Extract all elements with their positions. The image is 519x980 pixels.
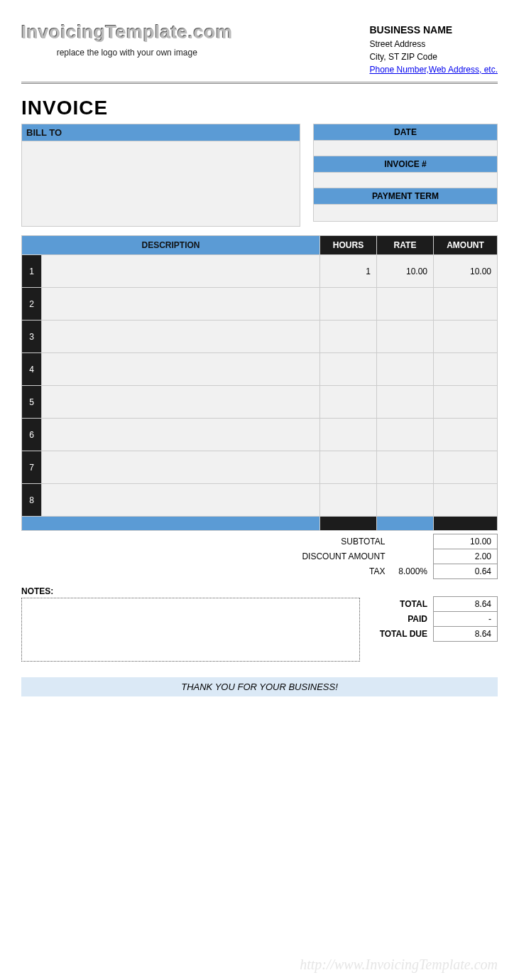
rate-cell[interactable] [377, 288, 434, 321]
table-row: 3 [22, 321, 498, 353]
logo-caption: replace the logo with your own image [21, 48, 233, 58]
hours-cell[interactable] [320, 288, 377, 321]
discount-row: DISCOUNT AMOUNT 2.00 [296, 549, 497, 564]
amount-cell [434, 484, 498, 517]
billto-block: BILL TO [21, 124, 300, 227]
paid-label: PAID [374, 612, 434, 627]
payment-term-field[interactable] [313, 205, 498, 222]
watermark: http://www.InvoicingTemplate.com [300, 957, 498, 973]
amount-cell [434, 321, 498, 353]
hours-cell[interactable] [320, 321, 377, 353]
row-number: 8 [22, 484, 42, 517]
invoice-no-label: INVOICE # [313, 156, 498, 173]
rate-cell[interactable] [377, 419, 434, 451]
paid-value[interactable]: - [434, 612, 498, 627]
rate-cell[interactable] [377, 321, 434, 353]
description-cell[interactable] [42, 484, 320, 517]
logo-text: InvoicingTemplate.com [21, 21, 233, 43]
invoice-no-field[interactable] [313, 173, 498, 188]
rate-cell[interactable] [377, 386, 434, 419]
subtotals-table: SUBTOTAL 10.00 DISCOUNT AMOUNT 2.00 TAX … [296, 534, 498, 579]
payment-term-label: PAYMENT TERM [313, 188, 498, 205]
hours-cell[interactable] [320, 419, 377, 451]
hours-cell[interactable]: 1 [320, 255, 377, 288]
document-header: InvoicingTemplate.com replace the logo w… [21, 21, 498, 84]
total-due-label: TOTAL DUE [374, 627, 434, 642]
hours-cell[interactable] [320, 353, 377, 386]
business-contact-link[interactable]: Phone Number,Web Address, etc. [369, 65, 498, 75]
amount-cell [434, 451, 498, 484]
total-row: TOTAL 8.64 [374, 597, 498, 612]
row-number: 6 [22, 419, 42, 451]
discount-label: DISCOUNT AMOUNT [296, 549, 390, 564]
notes-and-totals: NOTES: TOTAL 8.64 PAID - TOTAL DUE 8.64 [21, 586, 498, 662]
billto-label: BILL TO [21, 124, 300, 141]
table-row: 5 [22, 386, 498, 419]
description-cell[interactable] [42, 288, 320, 321]
tax-percent[interactable]: 8.000% [391, 564, 434, 579]
row-number: 7 [22, 451, 42, 484]
row-number: 2 [22, 288, 42, 321]
amount-cell: 10.00 [434, 255, 498, 288]
subtotal-row: SUBTOTAL 10.00 [296, 534, 497, 549]
date-label: DATE [313, 124, 498, 141]
table-footer-bar [22, 517, 498, 531]
billto-field[interactable] [21, 141, 300, 227]
table-row: 8 [22, 484, 498, 517]
table-row: 1110.0010.00 [22, 255, 498, 288]
table-row: 7 [22, 451, 498, 484]
discount-value[interactable]: 2.00 [434, 549, 498, 564]
amount-cell [434, 353, 498, 386]
logo-block: InvoicingTemplate.com replace the logo w… [21, 21, 233, 58]
description-cell[interactable] [42, 419, 320, 451]
table-row: 2 [22, 288, 498, 321]
hours-cell[interactable] [320, 484, 377, 517]
subtotals-area: SUBTOTAL 10.00 DISCOUNT AMOUNT 2.00 TAX … [21, 534, 498, 579]
amount-cell [434, 386, 498, 419]
amount-cell [434, 288, 498, 321]
rate-cell[interactable] [377, 451, 434, 484]
rate-cell[interactable]: 10.00 [377, 255, 434, 288]
thank-you-bar: THANK YOU FOR YOUR BUSINESS! [21, 677, 498, 696]
description-cell[interactable] [42, 321, 320, 353]
description-cell[interactable] [42, 255, 320, 288]
business-street: Street Address [369, 38, 498, 50]
row-number: 1 [22, 255, 42, 288]
description-cell[interactable] [42, 353, 320, 386]
subtotal-value: 10.00 [434, 534, 498, 549]
row-number: 3 [22, 321, 42, 353]
tax-label: TAX [296, 564, 390, 579]
table-row: 4 [22, 353, 498, 386]
date-field[interactable] [313, 141, 498, 156]
rate-cell[interactable] [377, 484, 434, 517]
rate-cell[interactable] [377, 353, 434, 386]
total-value: 8.64 [434, 597, 498, 612]
notes-field[interactable] [21, 598, 360, 662]
tax-value: 0.64 [434, 564, 498, 579]
col-hours: HOURS [320, 236, 377, 255]
table-header-row: DESCRIPTION HOURS RATE AMOUNT [22, 236, 498, 255]
grand-totals-table: TOTAL 8.64 PAID - TOTAL DUE 8.64 [374, 596, 498, 642]
description-cell[interactable] [42, 451, 320, 484]
description-cell[interactable] [42, 386, 320, 419]
invoice-title: INVOICE [21, 97, 498, 119]
col-rate: RATE [377, 236, 434, 255]
amount-cell [434, 419, 498, 451]
business-name: BUSINESS NAME [369, 23, 498, 38]
row-number: 4 [22, 353, 42, 386]
total-label: TOTAL [374, 597, 434, 612]
col-description: DESCRIPTION [22, 236, 320, 255]
hours-cell[interactable] [320, 451, 377, 484]
total-due-value: 8.64 [434, 627, 498, 642]
row-number: 5 [22, 386, 42, 419]
col-amount: AMOUNT [434, 236, 498, 255]
hours-cell[interactable] [320, 386, 377, 419]
notes-block: NOTES: [21, 586, 360, 662]
meta-row: BILL TO DATE INVOICE # PAYMENT TERM [21, 124, 498, 227]
subtotal-label: SUBTOTAL [296, 534, 390, 549]
notes-label: NOTES: [21, 586, 360, 596]
line-items-table: DESCRIPTION HOURS RATE AMOUNT 1110.0010.… [21, 235, 498, 531]
total-due-row: TOTAL DUE 8.64 [374, 627, 498, 642]
table-row: 6 [22, 419, 498, 451]
invoice-meta-panel: DATE INVOICE # PAYMENT TERM [313, 124, 498, 227]
